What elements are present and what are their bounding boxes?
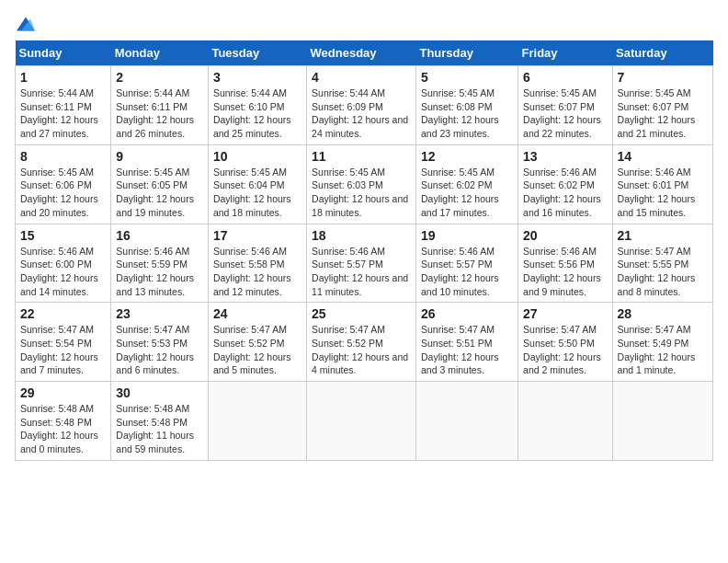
calendar-cell: 18 Sunrise: 5:46 AMSunset: 5:57 PMDaylig…	[307, 224, 416, 303]
calendar-cell: 17 Sunrise: 5:46 AMSunset: 5:58 PMDaylig…	[208, 224, 306, 303]
day-info: Sunrise: 5:48 AMSunset: 5:48 PMDaylight:…	[20, 403, 98, 454]
day-number: 23	[116, 306, 203, 321]
calendar-cell: 13 Sunrise: 5:46 AMSunset: 6:02 PMDaylig…	[518, 144, 613, 224]
day-number: 20	[523, 228, 608, 243]
calendar-cell	[612, 382, 712, 461]
day-info: Sunrise: 5:45 AMSunset: 6:02 PMDaylight:…	[421, 167, 499, 218]
day-info: Sunrise: 5:45 AMSunset: 6:05 PMDaylight:…	[116, 167, 194, 218]
weekday-header-sunday: Sunday	[16, 40, 111, 66]
weekday-header-saturday: Saturday	[612, 40, 712, 66]
day-info: Sunrise: 5:44 AMSunset: 6:11 PMDaylight:…	[20, 87, 98, 139]
day-info: Sunrise: 5:44 AMSunset: 6:11 PMDaylight:…	[116, 87, 194, 139]
day-number: 11	[312, 149, 411, 164]
day-number: 18	[312, 228, 411, 243]
weekday-header-tuesday: Tuesday	[208, 40, 306, 66]
day-info: Sunrise: 5:46 AMSunset: 6:01 PMDaylight:…	[618, 167, 696, 218]
day-number: 9	[116, 149, 203, 164]
calendar-cell	[415, 382, 518, 461]
day-number: 28	[618, 306, 708, 321]
day-number: 8	[20, 149, 106, 164]
day-info: Sunrise: 5:45 AMSunset: 6:07 PMDaylight:…	[523, 87, 601, 139]
day-number: 27	[523, 306, 608, 321]
calendar-cell: 9 Sunrise: 5:45 AMSunset: 6:05 PMDayligh…	[111, 144, 209, 224]
logo-icon	[17, 15, 35, 33]
day-info: Sunrise: 5:47 AMSunset: 5:54 PMDaylight:…	[20, 324, 98, 375]
weekday-header-thursday: Thursday	[415, 40, 518, 66]
day-info: Sunrise: 5:46 AMSunset: 5:57 PMDaylight:…	[312, 246, 408, 297]
calendar-cell: 20 Sunrise: 5:46 AMSunset: 5:56 PMDaylig…	[518, 224, 613, 303]
weekday-header-wednesday: Wednesday	[307, 40, 416, 66]
weekday-header-monday: Monday	[111, 40, 209, 66]
day-number: 30	[116, 385, 203, 400]
day-info: Sunrise: 5:46 AMSunset: 5:58 PMDaylight:…	[213, 246, 291, 297]
calendar-cell: 21 Sunrise: 5:47 AMSunset: 5:55 PMDaylig…	[612, 224, 712, 303]
day-info: Sunrise: 5:45 AMSunset: 6:03 PMDaylight:…	[312, 167, 408, 218]
day-number: 17	[213, 228, 301, 243]
day-info: Sunrise: 5:46 AMSunset: 5:56 PMDaylight:…	[523, 246, 601, 297]
weekday-header-friday: Friday	[518, 40, 613, 66]
calendar-cell: 11 Sunrise: 5:45 AMSunset: 6:03 PMDaylig…	[307, 144, 416, 224]
calendar-table: SundayMondayTuesdayWednesdayThursdayFrid…	[15, 40, 713, 461]
calendar-week-row: 22 Sunrise: 5:47 AMSunset: 5:54 PMDaylig…	[16, 303, 713, 382]
calendar-cell: 24 Sunrise: 5:47 AMSunset: 5:52 PMDaylig…	[208, 303, 306, 382]
day-number: 22	[20, 306, 106, 321]
day-info: Sunrise: 5:45 AMSunset: 6:06 PMDaylight:…	[20, 167, 98, 218]
day-info: Sunrise: 5:44 AMSunset: 6:10 PMDaylight:…	[213, 87, 291, 139]
calendar-cell: 30 Sunrise: 5:48 AMSunset: 5:48 PMDaylig…	[111, 382, 209, 461]
calendar-cell: 3 Sunrise: 5:44 AMSunset: 6:10 PMDayligh…	[208, 66, 306, 145]
calendar-cell: 28 Sunrise: 5:47 AMSunset: 5:49 PMDaylig…	[612, 303, 712, 382]
day-number: 14	[618, 149, 708, 164]
day-info: Sunrise: 5:47 AMSunset: 5:52 PMDaylight:…	[312, 324, 408, 375]
day-number: 1	[20, 70, 106, 85]
day-number: 7	[618, 70, 708, 85]
day-number: 21	[618, 228, 708, 243]
calendar-cell: 7 Sunrise: 5:45 AMSunset: 6:07 PMDayligh…	[612, 66, 712, 145]
day-number: 16	[116, 228, 203, 243]
calendar-header-row: SundayMondayTuesdayWednesdayThursdayFrid…	[16, 40, 713, 66]
day-number: 15	[20, 228, 106, 243]
day-info: Sunrise: 5:45 AMSunset: 6:04 PMDaylight:…	[213, 167, 291, 218]
day-info: Sunrise: 5:47 AMSunset: 5:55 PMDaylight:…	[618, 246, 696, 297]
day-number: 12	[421, 149, 513, 164]
calendar-cell: 15 Sunrise: 5:46 AMSunset: 6:00 PMDaylig…	[16, 224, 111, 303]
day-number: 25	[312, 306, 411, 321]
day-info: Sunrise: 5:47 AMSunset: 5:50 PMDaylight:…	[523, 324, 601, 375]
calendar-cell	[518, 382, 613, 461]
calendar-week-row: 8 Sunrise: 5:45 AMSunset: 6:06 PMDayligh…	[16, 144, 713, 224]
day-number: 5	[421, 70, 513, 85]
calendar-cell	[208, 382, 306, 461]
calendar-cell: 14 Sunrise: 5:46 AMSunset: 6:01 PMDaylig…	[612, 144, 712, 224]
day-info: Sunrise: 5:47 AMSunset: 5:52 PMDaylight:…	[213, 324, 291, 375]
calendar-cell: 27 Sunrise: 5:47 AMSunset: 5:50 PMDaylig…	[518, 303, 613, 382]
calendar-cell: 2 Sunrise: 5:44 AMSunset: 6:11 PMDayligh…	[111, 66, 209, 145]
day-info: Sunrise: 5:47 AMSunset: 5:51 PMDaylight:…	[421, 324, 499, 375]
day-info: Sunrise: 5:46 AMSunset: 6:00 PMDaylight:…	[20, 246, 98, 297]
calendar-week-row: 15 Sunrise: 5:46 AMSunset: 6:00 PMDaylig…	[16, 224, 713, 303]
day-number: 4	[312, 70, 411, 85]
calendar-cell	[307, 382, 416, 461]
day-number: 24	[213, 306, 301, 321]
calendar-cell: 10 Sunrise: 5:45 AMSunset: 6:04 PMDaylig…	[208, 144, 306, 224]
day-number: 2	[116, 70, 203, 85]
calendar-cell: 29 Sunrise: 5:48 AMSunset: 5:48 PMDaylig…	[16, 382, 111, 461]
day-number: 3	[213, 70, 301, 85]
calendar-week-row: 29 Sunrise: 5:48 AMSunset: 5:48 PMDaylig…	[16, 382, 713, 461]
day-number: 10	[213, 149, 301, 164]
calendar-cell: 26 Sunrise: 5:47 AMSunset: 5:51 PMDaylig…	[415, 303, 518, 382]
day-number: 19	[421, 228, 513, 243]
day-info: Sunrise: 5:46 AMSunset: 5:57 PMDaylight:…	[421, 246, 499, 297]
day-info: Sunrise: 5:48 AMSunset: 5:48 PMDaylight:…	[116, 403, 194, 454]
day-number: 26	[421, 306, 513, 321]
calendar-cell: 12 Sunrise: 5:45 AMSunset: 6:02 PMDaylig…	[415, 144, 518, 224]
day-number: 6	[523, 70, 608, 85]
day-info: Sunrise: 5:45 AMSunset: 6:07 PMDaylight:…	[618, 87, 696, 139]
calendar-cell: 8 Sunrise: 5:45 AMSunset: 6:06 PMDayligh…	[16, 144, 111, 224]
calendar-cell: 25 Sunrise: 5:47 AMSunset: 5:52 PMDaylig…	[307, 303, 416, 382]
day-number: 13	[523, 149, 608, 164]
calendar-cell: 1 Sunrise: 5:44 AMSunset: 6:11 PMDayligh…	[16, 66, 111, 145]
day-info: Sunrise: 5:46 AMSunset: 6:02 PMDaylight:…	[523, 167, 601, 218]
day-info: Sunrise: 5:45 AMSunset: 6:08 PMDaylight:…	[421, 87, 499, 139]
calendar-cell: 23 Sunrise: 5:47 AMSunset: 5:53 PMDaylig…	[111, 303, 209, 382]
calendar-cell: 6 Sunrise: 5:45 AMSunset: 6:07 PMDayligh…	[518, 66, 613, 145]
day-info: Sunrise: 5:47 AMSunset: 5:53 PMDaylight:…	[116, 324, 194, 375]
